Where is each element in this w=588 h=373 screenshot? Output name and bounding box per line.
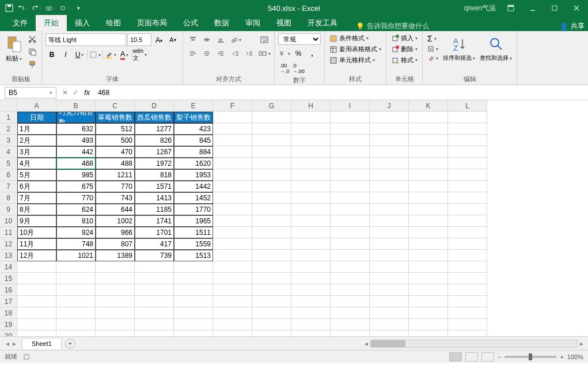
cell[interactable] bbox=[409, 319, 448, 330]
cell[interactable] bbox=[409, 227, 448, 238]
cell[interactable]: 3月 bbox=[17, 146, 56, 158]
cell[interactable]: 884 bbox=[174, 146, 213, 158]
cell[interactable]: 1972 bbox=[135, 158, 174, 169]
cell[interactable] bbox=[331, 238, 370, 250]
cell[interactable] bbox=[213, 319, 252, 330]
tab-绘图[interactable]: 绘图 bbox=[98, 15, 129, 31]
cell[interactable]: 巧克力销售数 bbox=[56, 112, 96, 123]
cell[interactable] bbox=[17, 330, 56, 336]
cell[interactable] bbox=[291, 227, 331, 238]
cell[interactable] bbox=[448, 204, 487, 215]
sort-filter-button[interactable]: AZ 排序和筛选 bbox=[442, 33, 476, 63]
row-header[interactable]: 15 bbox=[0, 273, 17, 284]
cell[interactable] bbox=[17, 296, 56, 307]
cell[interactable] bbox=[174, 307, 213, 319]
find-select-button[interactable]: 查找和选择 bbox=[479, 33, 513, 63]
tab-开发工具[interactable]: 开发工具 bbox=[299, 15, 346, 31]
cell[interactable] bbox=[448, 261, 487, 273]
cell[interactable] bbox=[409, 238, 448, 250]
cell[interactable] bbox=[291, 135, 331, 146]
cell[interactable] bbox=[448, 215, 487, 227]
cell[interactable] bbox=[213, 192, 252, 204]
cell[interactable] bbox=[213, 296, 252, 307]
row-header[interactable]: 12 bbox=[0, 238, 17, 250]
cell[interactable] bbox=[370, 250, 409, 261]
cell[interactable]: 4月 bbox=[17, 158, 56, 169]
cell[interactable] bbox=[252, 135, 291, 146]
cell[interactable]: 1559 bbox=[174, 238, 213, 250]
cell[interactable] bbox=[331, 112, 370, 123]
cell[interactable] bbox=[213, 238, 252, 250]
cell[interactable] bbox=[409, 158, 448, 169]
row-header[interactable]: 8 bbox=[0, 192, 17, 204]
qat-customize-icon[interactable]: ▾ bbox=[74, 3, 83, 13]
zoom-thumb[interactable] bbox=[529, 353, 532, 360]
copy-icon[interactable] bbox=[26, 46, 38, 58]
percent-icon[interactable]: % bbox=[292, 47, 305, 60]
cell[interactable] bbox=[213, 215, 252, 227]
cell[interactable] bbox=[448, 296, 487, 307]
cell[interactable]: 770 bbox=[96, 181, 135, 192]
format-painter-icon[interactable] bbox=[26, 59, 38, 70]
cell[interactable] bbox=[174, 330, 213, 336]
column-header[interactable]: H bbox=[291, 100, 331, 112]
cell[interactable] bbox=[291, 169, 331, 181]
cell[interactable] bbox=[135, 319, 174, 330]
cell[interactable] bbox=[213, 250, 252, 261]
phonetic-icon[interactable]: wén文 bbox=[134, 48, 146, 61]
scroll-right-icon[interactable]: ▸ bbox=[578, 340, 586, 348]
cell[interactable] bbox=[448, 135, 487, 146]
fill-button[interactable]: ▾ bbox=[426, 45, 439, 53]
currency-icon[interactable]: ¥ bbox=[278, 47, 291, 60]
cell[interactable] bbox=[409, 261, 448, 273]
row-header[interactable]: 14 bbox=[0, 261, 17, 273]
cell[interactable] bbox=[409, 330, 448, 336]
cell[interactable] bbox=[448, 227, 487, 238]
cell[interactable]: 6月 bbox=[17, 181, 56, 192]
cell[interactable] bbox=[56, 296, 96, 307]
cell[interactable] bbox=[291, 273, 331, 284]
cell[interactable] bbox=[17, 284, 56, 296]
cell[interactable] bbox=[291, 250, 331, 261]
cell[interactable] bbox=[448, 181, 487, 192]
cell[interactable] bbox=[135, 284, 174, 296]
page-break-icon[interactable] bbox=[481, 352, 494, 361]
cell[interactable] bbox=[174, 261, 213, 273]
cell[interactable] bbox=[252, 284, 291, 296]
grid[interactable]: ABCDEFGHIJKL1日期巧克力销售数草莓销售数西瓜销售数梨子销售数21月6… bbox=[0, 100, 588, 336]
row-header[interactable]: 7 bbox=[0, 181, 17, 192]
cell[interactable]: 810 bbox=[56, 215, 96, 227]
cell[interactable] bbox=[409, 112, 448, 123]
cell[interactable] bbox=[331, 146, 370, 158]
cell[interactable] bbox=[174, 319, 213, 330]
cell[interactable] bbox=[213, 158, 252, 169]
cell[interactable] bbox=[331, 192, 370, 204]
column-header[interactable]: B bbox=[56, 100, 96, 112]
normal-view-icon[interactable] bbox=[449, 352, 462, 361]
cut-icon[interactable] bbox=[26, 33, 38, 45]
row-header[interactable]: 13 bbox=[0, 250, 17, 261]
tab-文件[interactable]: 文件 bbox=[5, 15, 36, 31]
align-right-icon[interactable] bbox=[214, 47, 227, 60]
cell[interactable] bbox=[448, 158, 487, 169]
cell[interactable] bbox=[370, 238, 409, 250]
select-all-corner[interactable] bbox=[0, 100, 17, 112]
column-header[interactable]: I bbox=[331, 100, 370, 112]
cell[interactable] bbox=[135, 261, 174, 273]
cell[interactable]: 1211 bbox=[96, 169, 135, 181]
cell[interactable] bbox=[213, 204, 252, 215]
scroll-left-icon[interactable]: ◂ bbox=[362, 340, 370, 348]
cell[interactable]: 1277 bbox=[135, 123, 174, 135]
cell[interactable] bbox=[409, 307, 448, 319]
cell[interactable] bbox=[370, 146, 409, 158]
cell[interactable] bbox=[291, 192, 331, 204]
cell[interactable] bbox=[409, 146, 448, 158]
cell[interactable] bbox=[213, 273, 252, 284]
column-header[interactable]: F bbox=[213, 100, 252, 112]
scroll-track[interactable] bbox=[370, 340, 578, 348]
cell[interactable]: 770 bbox=[56, 192, 96, 204]
cell[interactable] bbox=[331, 158, 370, 169]
cell[interactable] bbox=[291, 123, 331, 135]
share-button[interactable]: 👤 共享 bbox=[560, 21, 585, 31]
cell[interactable]: 7月 bbox=[17, 192, 56, 204]
